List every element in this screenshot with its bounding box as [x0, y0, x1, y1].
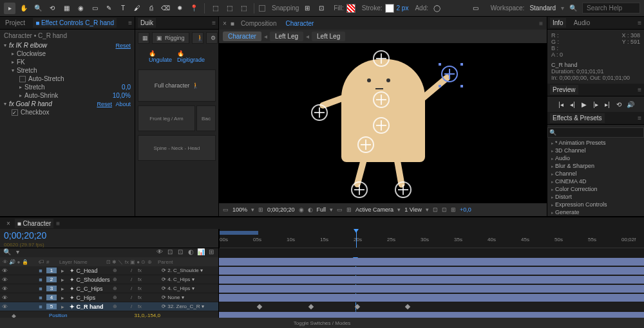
duik-digitigrade[interactable]: 🔥Digitigrade: [177, 50, 205, 63]
duik-spine-button[interactable]: Spine - Neck - Head: [138, 135, 216, 161]
viewbar-time[interactable]: 0;00;20;20: [267, 206, 295, 213]
prop-stretch-group[interactable]: Stretch: [17, 67, 131, 74]
preview-next-icon[interactable]: |▸: [591, 99, 601, 109]
views-dropdown[interactable]: 1 View: [404, 206, 422, 213]
res-icon[interactable]: ⊞: [258, 206, 263, 213]
zoom-dropdown[interactable]: 100%: [232, 206, 247, 213]
timeline-tracks[interactable]: [219, 257, 644, 318]
track-row[interactable]: [219, 311, 644, 318]
tab-preview[interactable]: Preview: [550, 85, 578, 95]
tl-blur-icon[interactable]: ◐: [186, 248, 195, 257]
keyframe[interactable]: [257, 304, 262, 309]
timecode-display[interactable]: 0;00;20;20: [0, 229, 218, 242]
grid-icon[interactable]: ⊞: [346, 206, 352, 213]
ctrl-hips[interactable]: [373, 117, 390, 134]
tab-audio[interactable]: Audio: [571, 18, 593, 28]
ctrl-shoulders[interactable]: [373, 91, 390, 108]
tl-filter-icon[interactable]: ▾: [13, 248, 22, 257]
tl-opt1-icon[interactable]: ⊡: [166, 248, 175, 257]
prop-clockwise[interactable]: Clockwise: [17, 50, 131, 57]
ctrl-r-foot[interactable]: [395, 181, 412, 198]
pan-behind-tool[interactable]: ◉: [75, 3, 86, 14]
auto-stretch-check[interactable]: [19, 76, 26, 82]
preset-category[interactable]: Expression Controls: [547, 201, 644, 208]
keyframe[interactable]: [308, 304, 314, 309]
tablet-icon[interactable]: ▭: [470, 3, 482, 14]
auto-shrink-value[interactable]: 10,0%: [113, 92, 131, 99]
exposure-value[interactable]: +0,0: [460, 206, 471, 213]
camera-tool[interactable]: ▦: [61, 3, 72, 14]
preset-category[interactable]: Color Correction: [547, 185, 644, 193]
add-menu[interactable]: ◯: [431, 3, 442, 14]
panel-menu-icon[interactable]: ≡: [212, 19, 216, 26]
tab-project[interactable]: Project: [3, 18, 28, 28]
reset-link[interactable]: Reset: [97, 101, 112, 107]
nav-left-leg-1[interactable]: Left Leg: [270, 32, 303, 41]
preview-mute-icon[interactable]: 🔊: [625, 99, 636, 109]
preview-play-icon[interactable]: ▶: [579, 99, 589, 109]
track-row[interactable]: [219, 257, 644, 266]
search-help-input[interactable]: [582, 3, 640, 14]
panel-menu-icon[interactable]: ≡: [128, 19, 132, 26]
layer-row[interactable]: 👁■1▸✦ C_Head⊕/fx⟳ 2. C_Shoulde ▾: [0, 266, 218, 275]
duik-home-button[interactable]: ▦: [138, 32, 149, 44]
layer-row[interactable]: 👁■2▸✦ C_Shoulders⊕/fx⟳ 4. C_Hips ▾: [0, 275, 218, 284]
preset-category[interactable]: Blur & Sharpen: [547, 162, 644, 170]
track-row[interactable]: [219, 284, 644, 293]
duik-full-character-button[interactable]: Full character 🚶: [138, 69, 216, 102]
track-row[interactable]: [219, 275, 644, 284]
ctrl-r-hand-selected[interactable]: [441, 66, 458, 82]
layer-property-row[interactable]: ◆Position31,0,-154,0: [0, 311, 218, 318]
type-tool[interactable]: T: [117, 3, 129, 14]
stroke-width[interactable]: 2 px: [397, 5, 409, 12]
camera-dropdown[interactable]: Active Camera: [355, 206, 393, 213]
tab-timeline-comp[interactable]: Character: [23, 220, 51, 227]
eraser-tool[interactable]: ⌫: [160, 3, 171, 14]
time-ruler[interactable]: 00s05s10s15s20s25s30s35s40s45s50s55s00;0…: [220, 229, 644, 248]
about-link[interactable]: About: [115, 101, 131, 107]
tab-effect-controls[interactable]: ■ Effect Controls C_R hand: [33, 18, 117, 28]
preview-loop-icon[interactable]: ⟲: [614, 99, 624, 109]
ctrl-l-foot[interactable]: [351, 181, 368, 198]
track-row[interactable]: [219, 266, 644, 275]
fill-swatch[interactable]: [346, 4, 355, 13]
tl-opt2-icon[interactable]: ⊡: [176, 248, 185, 257]
magnification-icon[interactable]: ▭: [223, 206, 229, 213]
shape-tool[interactable]: ▭: [89, 3, 100, 14]
tl-shy-icon[interactable]: 👁: [155, 248, 164, 257]
duik-walk-icon[interactable]: 🚶: [192, 32, 204, 44]
roto-tool[interactable]: ✸: [174, 3, 185, 14]
tl-opt3-icon[interactable]: ⊞: [207, 248, 216, 257]
duik-opts-icon[interactable]: ⚙: [206, 32, 218, 44]
reset-link[interactable]: Reset: [115, 42, 131, 49]
snap-opt1[interactable]: ⊞: [301, 3, 313, 14]
preview-prev-icon[interactable]: ◂|: [567, 99, 578, 109]
channel-icon[interactable]: ◐: [308, 206, 313, 213]
panel-menu-icon[interactable]: ≡: [638, 114, 641, 122]
puppet-tool[interactable]: 📍: [188, 3, 200, 14]
panel-menu-icon[interactable]: ≡: [638, 19, 641, 26]
view-opt-icon[interactable]: ⊡: [433, 206, 438, 213]
snapping-checkbox[interactable]: [259, 5, 265, 12]
rotate-tool[interactable]: ⟲: [46, 3, 58, 14]
ctrl-head[interactable]: [373, 50, 390, 67]
view-opt2-icon[interactable]: ⊡: [442, 206, 447, 213]
axis-world[interactable]: ⬚: [223, 3, 235, 14]
track-row[interactable]: [219, 293, 644, 302]
tab-info[interactable]: Info: [550, 18, 566, 28]
preset-category[interactable]: Audio: [547, 154, 644, 162]
tab-composition-name[interactable]: Character: [283, 19, 316, 28]
fx-ik-elbow[interactable]: fx IK R elbow: [9, 42, 115, 49]
keyframe[interactable]: [355, 304, 360, 309]
snapshot-icon[interactable]: ◉: [299, 206, 304, 213]
layer-row[interactable]: 👁■3▸✦ C_C_Hips⊕/fx⟳ 4. C_Hips ▾: [0, 284, 218, 293]
preset-category[interactable]: Generate: [547, 208, 644, 216]
layer-row[interactable]: 👁■4▸✦ C_Hips⊕/fx⟳ None ▾: [0, 293, 218, 302]
resolution-dropdown[interactable]: Full: [317, 206, 327, 213]
playhead[interactable]: [356, 229, 357, 248]
axis-view[interactable]: ⬚: [238, 3, 249, 14]
panel-menu-icon[interactable]: ≡: [638, 86, 641, 93]
track-row[interactable]: [219, 302, 644, 311]
prop-fk[interactable]: FK: [17, 59, 131, 66]
layer-row[interactable]: 👁■5▸✦ C_R hand⊕/fx⟳ 32. Zero_C_R ▾: [0, 302, 218, 311]
